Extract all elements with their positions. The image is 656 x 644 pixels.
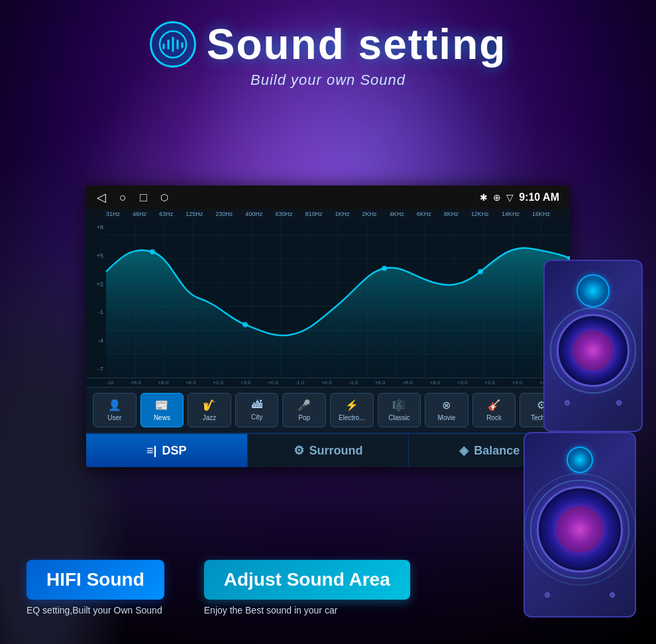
adjust-button[interactable]: Adjust Sound Area	[204, 560, 410, 600]
preset-news[interactable]: 📰 News	[140, 393, 184, 427]
freq-label-2: 63Hz	[159, 211, 173, 217]
dsp-label: DSP	[162, 444, 187, 458]
bluetooth-icon: ✱	[480, 192, 488, 203]
eq-val-0: -10	[106, 380, 114, 386]
balance-icon: ◈	[459, 443, 468, 458]
freq-label-14: 14KHz	[502, 211, 519, 217]
freq-label-0: 31Hz	[106, 211, 120, 217]
eq-val-1: +6.0	[131, 380, 141, 386]
eq-val-12: +8.0	[429, 380, 440, 386]
rock-icon: 🎸	[488, 399, 501, 411]
preset-bar: 👤 User 📰 News 🎷 Jazz 🏙 City 🎤 Pop ⚡ Elec…	[86, 387, 570, 433]
pop-label: Pop	[298, 414, 310, 421]
preset-electro[interactable]: ⚡ Electro...	[330, 393, 374, 427]
eq-chart: +8 +5 +2 -1 -4 -7	[86, 219, 570, 378]
hifi-button[interactable]: HIFI Sound	[27, 560, 164, 600]
svg-point-7	[243, 322, 248, 327]
freq-label-1: 46Hz	[133, 211, 146, 217]
eq-val-8: +0.0	[321, 380, 332, 386]
eq-val-7: -1.0	[296, 380, 305, 386]
mode-bar: ≡| DSP ⚙ Surround ◈ Balance	[86, 433, 570, 467]
eq-y-label-4: -4	[86, 337, 106, 344]
movie-icon: ⊗	[442, 399, 451, 411]
wifi-icon: ▽	[506, 192, 514, 203]
freq-label-3: 125Hz	[186, 211, 203, 217]
freq-label-12: 8KHz	[444, 211, 459, 217]
news-icon: 📰	[155, 399, 168, 411]
app-title: Sound setting	[207, 20, 507, 69]
eq-curve	[106, 219, 570, 378]
eq-val-14: +2.0	[484, 380, 495, 386]
pop-icon: 🎤	[298, 399, 311, 411]
device-screen: ◁ ○ □ ⬡ ✱ ⊕ ▽ 9:10 AM 31Hz 46Hz 63Hz 125…	[86, 186, 570, 467]
eq-y-labels: +8 +5 +2 -1 -4 -7	[86, 219, 106, 378]
eq-val-5: +3.0	[241, 380, 251, 386]
speaker-top	[543, 260, 649, 445]
city-label: City	[251, 413, 262, 421]
app-subtitle: Build your own Sound	[250, 72, 406, 89]
eq-y-label-2: +2	[86, 281, 106, 288]
freq-label-8: 1KHz	[335, 211, 350, 217]
speaker-container	[510, 260, 656, 644]
eq-val-11: +6.0	[402, 380, 413, 386]
hifi-card: HIFI Sound EQ setting,Built your Own Sou…	[27, 560, 164, 616]
preset-classic[interactable]: 🎼 Classic	[378, 393, 421, 427]
dsp-button[interactable]: ≡| DSP	[86, 434, 248, 467]
speaker-bottom	[523, 432, 643, 631]
nav-buttons: ◁ ○ □ ⬡	[97, 190, 168, 205]
surround-icon: ⚙	[294, 443, 304, 458]
preset-user[interactable]: 👤 User	[93, 393, 137, 427]
freq-label-6: 630Hz	[275, 211, 292, 217]
back-button[interactable]: ◁	[97, 190, 106, 205]
freq-label-13: 12KHz	[471, 211, 489, 217]
status-icons: ✱ ⊕ ▽ 9:10 AM	[480, 191, 559, 203]
eq-val-6: +0.0	[268, 380, 278, 386]
surround-button[interactable]: ⚙ Surround	[248, 434, 410, 467]
preset-jazz[interactable]: 🎷 Jazz	[188, 393, 231, 427]
eq-y-label-1: +5	[86, 252, 106, 259]
freq-label-9: 2KHz	[362, 211, 377, 217]
eq-val-3: +6.0	[186, 380, 196, 386]
movie-label: Movie	[438, 414, 456, 421]
eq-val-9: -1.0	[349, 380, 358, 386]
eq-val-13: +3.0	[457, 380, 468, 386]
eq-val-2: +8.0	[158, 380, 169, 386]
eq-val-10: +6.0	[375, 380, 386, 386]
eq-y-label-5: -7	[86, 366, 106, 372]
rock-label: Rock	[486, 414, 502, 421]
home-button[interactable]: ○	[119, 191, 127, 205]
location-icon: ⊕	[493, 192, 501, 203]
recent-button[interactable]: □	[140, 191, 147, 205]
preset-rock[interactable]: 🎸 Rock	[472, 393, 516, 427]
freq-label-5: 400Hz	[245, 211, 262, 217]
electro-icon: ⚡	[345, 399, 358, 411]
shield-button[interactable]: ⬡	[160, 192, 168, 203]
jazz-label: Jazz	[203, 414, 217, 421]
preset-pop[interactable]: 🎤 Pop	[282, 393, 326, 427]
svg-point-6	[150, 249, 155, 254]
eq-val-4: +2.0	[213, 380, 223, 386]
freq-label-7: 810Hz	[305, 211, 322, 217]
electro-label: Electro...	[339, 414, 364, 421]
eq-freq-bar: 31Hz 46Hz 63Hz 125Hz 230Hz 400Hz 630Hz 8…	[86, 209, 570, 219]
svg-point-9	[478, 269, 483, 274]
preset-city[interactable]: 🏙 City	[235, 393, 279, 427]
title-icon	[150, 21, 196, 68]
user-icon: 👤	[108, 399, 121, 411]
surround-label: Surround	[309, 444, 363, 458]
classic-icon: 🎼	[392, 399, 406, 411]
hifi-description: EQ setting,Built your Own Sound	[27, 605, 164, 616]
city-icon: 🏙	[252, 399, 262, 411]
user-label: User	[107, 414, 121, 421]
eq-y-label-3: -1	[86, 309, 106, 315]
eq-bottom-values: -10 +6.0 +8.0 +6.0 +2.0 +3.0 +0.0 -1.0 +…	[86, 378, 570, 387]
classic-label: Classic	[388, 414, 410, 421]
status-time: 9:10 AM	[519, 191, 559, 203]
freq-label-4: 230Hz	[215, 211, 233, 217]
adjust-description: Enjoy the Best sound in your car	[204, 605, 410, 616]
freq-label-15: 16KHz	[532, 211, 550, 217]
dsp-icon: ≡|	[146, 444, 157, 458]
preset-movie[interactable]: ⊗ Movie	[425, 393, 468, 427]
freq-label-11: 6KHz	[417, 211, 431, 217]
eq-y-label-0: +8	[86, 224, 106, 231]
